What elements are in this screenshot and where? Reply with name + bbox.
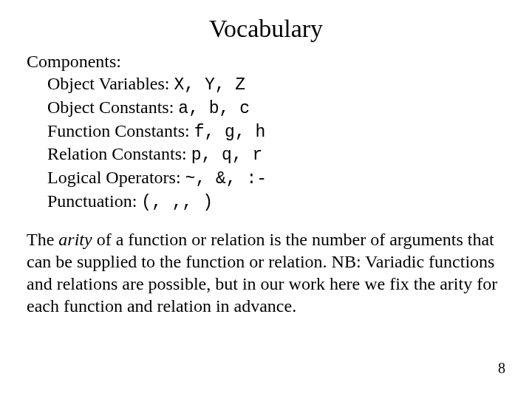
row-label: Logical Operators: bbox=[47, 168, 185, 187]
components-label: Components: bbox=[27, 50, 505, 72]
row-symbols: p, q, r bbox=[191, 146, 263, 165]
row-object-constants: Object Constants: a, b, c bbox=[47, 96, 505, 120]
row-label: Punctuation: bbox=[47, 191, 141, 211]
component-list: Object Variables: X, Y, Z Object Constan… bbox=[27, 72, 505, 214]
slide: Vocabulary Components: Object Variables:… bbox=[0, 0, 532, 399]
slide-title: Vocabulary bbox=[0, 0, 532, 50]
row-symbols: a, b, c bbox=[178, 99, 250, 118]
arity-word: arity bbox=[58, 230, 92, 249]
row-logical-operators: Logical Operators: ~, &, :- bbox=[47, 166, 505, 190]
arity-pre: The bbox=[27, 230, 58, 249]
row-label: Function Constants: bbox=[47, 121, 194, 140]
row-object-variables: Object Variables: X, Y, Z bbox=[47, 72, 505, 96]
row-label: Relation Constants: bbox=[47, 144, 191, 163]
row-symbols: f, g, h bbox=[194, 123, 266, 142]
arity-paragraph: The arity of a function or relation is t… bbox=[27, 228, 505, 317]
row-symbols: (, ,, ) bbox=[141, 193, 213, 212]
row-function-constants: Function Constants: f, g, h bbox=[47, 120, 505, 143]
slide-body: Components: Object Variables: X, Y, Z Ob… bbox=[0, 50, 532, 317]
page-number: 8 bbox=[498, 360, 505, 377]
row-relation-constants: Relation Constants: p, q, r bbox=[47, 143, 505, 166]
row-symbols: ~, &, :- bbox=[185, 169, 267, 188]
row-label: Object Constants: bbox=[47, 98, 178, 117]
arity-post: of a function or relation is the number … bbox=[27, 230, 497, 316]
row-label: Object Variables: bbox=[47, 74, 174, 93]
row-symbols: X, Y, Z bbox=[174, 75, 246, 95]
row-punctuation: Punctuation: (, ,, ) bbox=[47, 190, 505, 214]
